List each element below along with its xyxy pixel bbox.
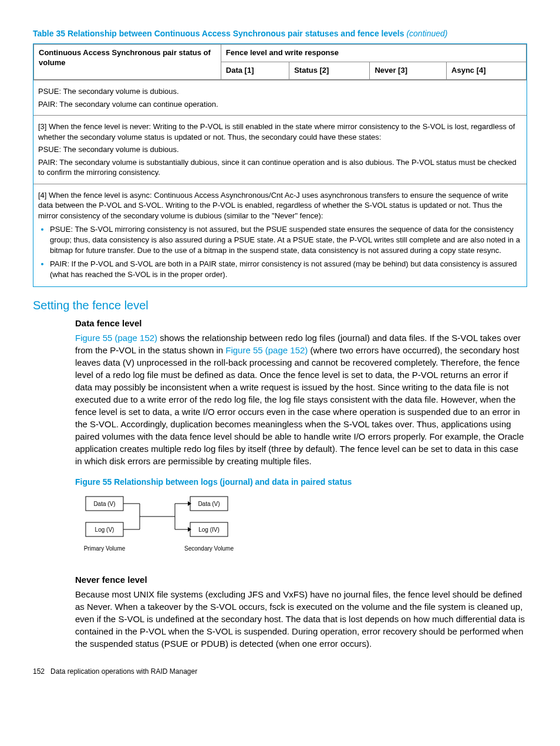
section-heading-fence-level: Setting the fence level	[33, 298, 527, 313]
note-4-pair: PAIR: If the P-VOL and S-VOL are both in…	[50, 259, 522, 279]
fig-pv-log: Log (V)	[95, 526, 114, 533]
note-3-psue: PSUE: The secondary volume is dubious.	[38, 144, 522, 155]
fig-pv-data: Data (V)	[93, 501, 115, 507]
footer-title: Data replication operations with RAID Ma…	[50, 667, 197, 676]
table-35-box: Continuous Access Synchronous pair statu…	[33, 43, 527, 287]
footer-page-number: 152	[33, 667, 45, 676]
fig-secondary-label: Secondary Volume	[184, 545, 234, 552]
table-caption: Table 35 Relationship between Continuous…	[33, 28, 527, 39]
link-figure-55-a[interactable]: Figure 55 (page 152)	[75, 333, 157, 343]
note-4-intro: [4] When the fence level is async: Conti…	[38, 190, 522, 221]
link-figure-55-b[interactable]: Figure 55 (page 152)	[225, 345, 308, 355]
th-async: Async [4]	[447, 62, 527, 80]
fig-sv-log: Log (IV)	[198, 526, 220, 533]
th-fence-group: Fence level and write response	[221, 45, 526, 62]
note-2-psue: PSUE: The secondary volume is dubious.	[38, 86, 522, 97]
heading-data-fence: Data fence level	[75, 318, 527, 329]
th-pair-status: Continuous Access Synchronous pair statu…	[34, 45, 221, 80]
text-data-fence-b: (where two errors have occurred), the se…	[75, 345, 524, 466]
figure-55-diagram: Data (V) Log (V) Primary Volume Data (V)…	[75, 493, 527, 566]
footnote-2: PSUE: The secondary volume is dubious. P…	[33, 80, 527, 115]
table-caption-main: Table 35 Relationship between Continuous…	[33, 29, 404, 38]
figure-55-svg: Data (V) Log (V) Primary Volume Data (V)…	[75, 493, 245, 563]
footnote-4: [4] When the fence level is async: Conti…	[33, 184, 527, 286]
note-4-psue: PSUE: The S-VOL mirroring consistency is…	[50, 224, 522, 255]
note-3-intro: [3] When the fence level is never: Writi…	[38, 121, 522, 142]
th-status: Status [2]	[289, 62, 370, 80]
heading-never-fence: Never fence level	[75, 574, 527, 586]
page-footer: 152 Data replication operations with RAI…	[33, 667, 527, 677]
table-caption-suffix: (continued)	[406, 29, 447, 38]
table-35-header: Continuous Access Synchronous pair statu…	[33, 44, 527, 80]
fig-primary-label: Primary Volume	[84, 545, 126, 552]
th-never: Never [3]	[370, 62, 447, 80]
fig-sv-data: Data (V)	[198, 501, 220, 507]
para-never-fence: Because most UNIX file systems (excludin…	[75, 588, 527, 650]
figure-55-caption: Figure 55 Relationship between logs (jou…	[75, 477, 527, 487]
th-data: Data [1]	[221, 62, 289, 80]
para-data-fence: Figure 55 (page 152) shows the relations…	[75, 332, 527, 467]
note-2-pair: PAIR: The secondary volume can continue …	[38, 99, 522, 110]
note-3-pair: PAIR: The secondary volume is substantia…	[38, 157, 522, 178]
footnote-3: [3] When the fence level is never: Writi…	[33, 115, 527, 184]
